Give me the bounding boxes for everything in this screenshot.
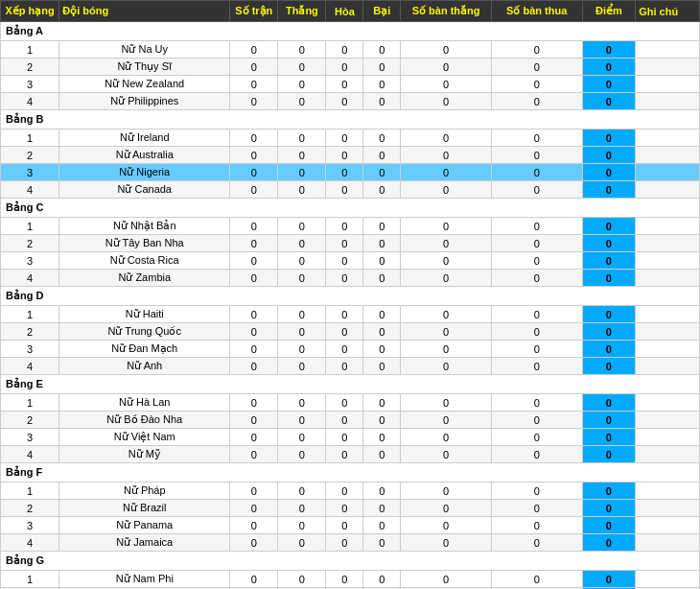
draw-cell: 0 bbox=[326, 59, 363, 76]
gf-cell: 0 bbox=[401, 517, 492, 534]
group-name: Bảng E bbox=[1, 375, 700, 394]
pts-cell: 0 bbox=[582, 358, 636, 375]
pts-cell: 0 bbox=[582, 323, 636, 341]
ga-cell: 0 bbox=[491, 394, 582, 412]
header-draw: Hòa bbox=[326, 1, 363, 22]
group-header: Bảng E bbox=[1, 375, 700, 394]
gf-cell: 0 bbox=[401, 429, 492, 446]
table-row: 4Nữ Philippines0000000 bbox=[1, 93, 700, 110]
played-cell: 0 bbox=[230, 252, 278, 270]
played-cell: 0 bbox=[230, 323, 278, 341]
group-name: Bảng B bbox=[1, 110, 700, 130]
group-header: Bảng F bbox=[1, 463, 700, 483]
loss-cell: 0 bbox=[363, 412, 401, 429]
win-cell: 0 bbox=[278, 394, 326, 412]
win-cell: 0 bbox=[278, 235, 326, 252]
group-header: Bảng C bbox=[1, 199, 700, 218]
gf-cell: 0 bbox=[401, 59, 492, 76]
gf-cell: 0 bbox=[401, 323, 492, 341]
team-name-cell: Nữ Brazil bbox=[59, 500, 230, 517]
draw-cell: 0 bbox=[326, 500, 363, 517]
notes-cell bbox=[636, 534, 700, 552]
team-name-cell: Nữ Canada bbox=[59, 181, 230, 199]
loss-cell: 0 bbox=[363, 429, 401, 446]
table-row: 3Nữ Đan Mạch0000000 bbox=[1, 341, 700, 358]
group-name: Bảng F bbox=[1, 463, 700, 483]
rank-cell: 1 bbox=[1, 41, 59, 59]
notes-cell bbox=[636, 76, 700, 93]
win-cell: 0 bbox=[278, 483, 326, 500]
table-row: 2Nữ Trung Quốc0000000 bbox=[1, 323, 700, 341]
draw-cell: 0 bbox=[326, 534, 363, 552]
pts-cell: 0 bbox=[582, 130, 636, 147]
played-cell: 0 bbox=[230, 500, 278, 517]
rank-cell: 1 bbox=[1, 394, 59, 412]
played-cell: 0 bbox=[230, 93, 278, 110]
draw-cell: 0 bbox=[326, 164, 363, 181]
rank-cell: 1 bbox=[1, 306, 59, 323]
notes-cell bbox=[636, 235, 700, 252]
draw-cell: 0 bbox=[326, 306, 363, 323]
notes-cell bbox=[636, 429, 700, 446]
win-cell: 0 bbox=[278, 147, 326, 164]
played-cell: 0 bbox=[230, 270, 278, 287]
loss-cell: 0 bbox=[363, 181, 401, 199]
team-name-cell: Nữ Jamaica bbox=[59, 534, 230, 552]
loss-cell: 0 bbox=[363, 394, 401, 412]
loss-cell: 0 bbox=[363, 500, 401, 517]
notes-cell bbox=[636, 412, 700, 429]
ga-cell: 0 bbox=[491, 534, 582, 552]
gf-cell: 0 bbox=[401, 534, 492, 552]
pts-cell: 0 bbox=[582, 181, 636, 199]
played-cell: 0 bbox=[230, 218, 278, 235]
team-name-cell: Nữ Pháp bbox=[59, 483, 230, 500]
ga-cell: 0 bbox=[491, 483, 582, 500]
gf-cell: 0 bbox=[401, 394, 492, 412]
played-cell: 0 bbox=[230, 147, 278, 164]
loss-cell: 0 bbox=[363, 252, 401, 270]
team-name-cell: Nữ Haiti bbox=[59, 306, 230, 323]
loss-cell: 0 bbox=[363, 358, 401, 375]
pts-cell: 0 bbox=[582, 59, 636, 76]
ga-cell: 0 bbox=[491, 252, 582, 270]
table-row: 4Nữ Jamaica0000000 bbox=[1, 534, 700, 552]
win-cell: 0 bbox=[278, 181, 326, 199]
gf-cell: 0 bbox=[401, 181, 492, 199]
win-cell: 0 bbox=[278, 59, 326, 76]
team-name-cell: Nữ Mỹ bbox=[59, 446, 230, 463]
notes-cell bbox=[636, 483, 700, 500]
played-cell: 0 bbox=[230, 412, 278, 429]
gf-cell: 0 bbox=[401, 446, 492, 463]
table-row: 2Nữ Tây Ban Nha0000000 bbox=[1, 235, 700, 252]
ga-cell: 0 bbox=[491, 59, 582, 76]
notes-cell bbox=[636, 571, 700, 588]
played-cell: 0 bbox=[230, 394, 278, 412]
played-cell: 0 bbox=[230, 130, 278, 147]
team-name-cell: Nữ Trung Quốc bbox=[59, 323, 230, 341]
pts-cell: 0 bbox=[582, 500, 636, 517]
team-name-cell: Nữ Costa Rica bbox=[59, 252, 230, 270]
team-name-cell: Nữ Panama bbox=[59, 517, 230, 534]
ga-cell: 0 bbox=[491, 429, 582, 446]
gf-cell: 0 bbox=[401, 483, 492, 500]
team-name-cell: Nữ Anh bbox=[59, 358, 230, 375]
loss-cell: 0 bbox=[363, 517, 401, 534]
draw-cell: 0 bbox=[326, 181, 363, 199]
loss-cell: 0 bbox=[363, 147, 401, 164]
win-cell: 0 bbox=[278, 341, 326, 358]
pts-cell: 0 bbox=[582, 147, 636, 164]
rank-cell: 4 bbox=[1, 181, 59, 199]
draw-cell: 0 bbox=[326, 446, 363, 463]
gf-cell: 0 bbox=[401, 130, 492, 147]
pts-cell: 0 bbox=[582, 483, 636, 500]
pts-cell: 0 bbox=[582, 412, 636, 429]
table-row: 1Nữ Nam Phi0000000 bbox=[1, 571, 700, 588]
gf-cell: 0 bbox=[401, 164, 492, 181]
gf-cell: 0 bbox=[401, 147, 492, 164]
ga-cell: 0 bbox=[491, 323, 582, 341]
rank-cell: 1 bbox=[1, 483, 59, 500]
win-cell: 0 bbox=[278, 446, 326, 463]
win-cell: 0 bbox=[278, 412, 326, 429]
gf-cell: 0 bbox=[401, 270, 492, 287]
win-cell: 0 bbox=[278, 93, 326, 110]
